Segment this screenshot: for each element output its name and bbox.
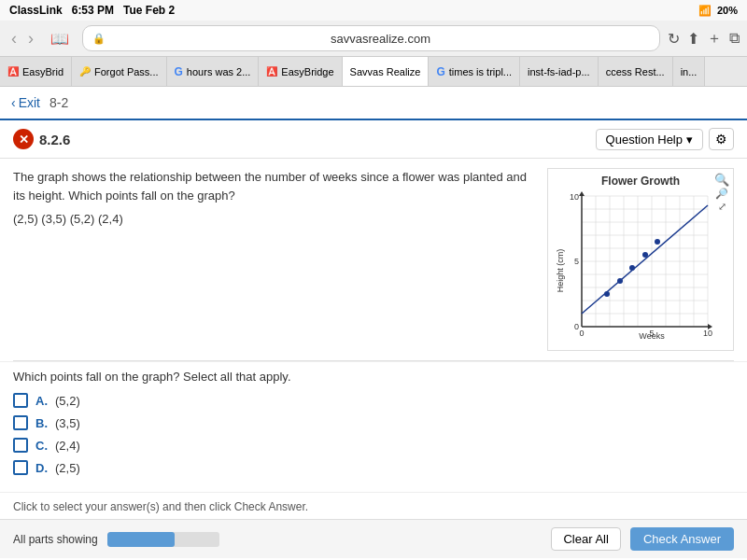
date-label: Tue Feb 2 (123, 4, 175, 17)
option-a[interactable]: A. (5,2) (13, 393, 734, 408)
browser-chrome: ‹ › 📖 🔒 ↻ ⬆ ＋ ⧉ (0, 21, 747, 57)
settings-button[interactable]: ⚙ (709, 128, 734, 150)
reader-button[interactable]: 📖 (45, 28, 75, 49)
incorrect-icon: ✕ (13, 129, 34, 149)
question-number-area: ✕ 8.2.6 (13, 129, 70, 149)
zoom-in-button[interactable]: 🔍 (714, 173, 729, 187)
svg-point-34 (629, 265, 635, 271)
check-answer-button[interactable]: Check Answer (630, 527, 734, 551)
chart-area: Flower Growth 🔍 🔎 ⤢ Height (cm) Weeks (547, 168, 734, 351)
option-d-value: (2,5) (55, 461, 80, 475)
url-input[interactable] (111, 32, 650, 46)
back-button[interactable]: ‹ (7, 27, 21, 50)
tabs-bar: 🅰️ EasyBrid 🔑 Forgot Pass... G hours was… (0, 57, 747, 87)
expand-button[interactable]: ⤢ (714, 201, 729, 213)
tab-icon: 🔑 (79, 66, 91, 77)
option-c-value: (2,4) (55, 439, 80, 453)
progress-label: All parts showing (13, 533, 98, 546)
progress-bar-fill (107, 532, 175, 547)
tab-forgotpass[interactable]: 🔑 Forgot Pass... (72, 57, 166, 86)
option-b-value: (3,5) (55, 416, 80, 430)
svg-text:0: 0 (574, 322, 579, 331)
tab-savvas-realize[interactable]: Savvas Realize (343, 57, 430, 86)
svg-point-36 (655, 239, 660, 245)
option-a-letter: A. (35, 394, 48, 408)
exit-button[interactable]: ‹ Exit (11, 95, 40, 110)
tab-in[interactable]: in... (673, 57, 706, 86)
tab-icon: 🅰️ (7, 66, 19, 77)
option-b-letter: B. (35, 416, 48, 430)
battery-label: 20% (717, 5, 738, 16)
new-tab-button[interactable]: ＋ (707, 29, 722, 49)
svg-text:10: 10 (703, 329, 712, 338)
main-content: ✕ 8.2.6 Question Help ▾ ⚙ The graph show… (0, 120, 747, 560)
chart-title: Flower Growth (554, 175, 727, 188)
option-a-value: (5,2) (55, 394, 80, 408)
svg-point-32 (604, 291, 610, 297)
answer-prompt: Which points fall on the graph? Select a… (13, 370, 734, 384)
option-b[interactable]: B. (3,5) (13, 415, 734, 430)
tab-hours[interactable]: G hours was 2... (167, 57, 260, 86)
question-number-text: 8.2.6 (39, 132, 70, 147)
chart-container: Flower Growth 🔍 🔎 ⤢ Height (cm) Weeks (547, 168, 734, 351)
svg-marker-24 (579, 191, 585, 196)
svg-text:0: 0 (579, 329, 584, 338)
app-header: ‹ Exit 8-2 (0, 87, 747, 120)
tab-icon: 🅰️ (266, 66, 277, 77)
status-bar: ClassLink 6:53 PM Tue Feb 2 📶 20% (0, 0, 747, 21)
y-axis-label: Height (cm) (556, 249, 565, 293)
forward-button[interactable]: › (24, 27, 37, 50)
checkbox-d[interactable] (13, 460, 28, 475)
share-button[interactable]: ⬆ (687, 30, 699, 48)
tab-icon: G (175, 65, 183, 78)
option-d-letter: D. (35, 461, 48, 475)
option-c-letter: C. (35, 439, 48, 453)
tab-easybridge2[interactable]: 🅰️ EasyBridge (259, 57, 342, 86)
gear-icon: ⚙ (715, 132, 727, 147)
tab-icon: G (436, 65, 444, 78)
wifi-icon: 📶 (698, 5, 712, 17)
back-arrow-icon: ‹ (11, 95, 16, 110)
option-d[interactable]: D. (2,5) (13, 460, 734, 475)
tab-easybridge1[interactable]: 🅰️ EasyBrid (0, 57, 72, 86)
svg-text:5: 5 (649, 329, 654, 338)
checkbox-b[interactable] (13, 415, 28, 430)
progress-area: All parts showing Clear All Check Answer (0, 519, 747, 558)
question-header: ✕ 8.2.6 Question Help ▾ ⚙ (0, 120, 747, 159)
progress-bar-track (107, 532, 219, 547)
svg-text:5: 5 (574, 257, 579, 266)
section-label: 8-2 (49, 95, 68, 110)
svg-line-31 (582, 205, 708, 314)
answer-options: A. (5,2) B. (3,5) C. (2,4) D. (2,5) (13, 393, 734, 475)
tab-access[interactable]: ccess Rest... (599, 57, 673, 86)
checkbox-c[interactable] (13, 438, 28, 453)
question-body-text: The graph shows the relationship between… (13, 168, 538, 204)
tab-times[interactable]: G times is tripl... (429, 57, 520, 86)
zoom-controls: 🔍 🔎 ⤢ (714, 173, 729, 213)
question-body: The graph shows the relationship between… (0, 159, 747, 360)
svg-point-33 (617, 278, 623, 284)
lock-icon: 🔒 (92, 33, 106, 45)
clear-all-button[interactable]: Clear All (551, 527, 620, 551)
tab-inst[interactable]: inst-fs-iad-p... (520, 57, 599, 86)
dropdown-arrow-icon: ▾ (686, 133, 693, 147)
svg-point-35 (642, 252, 648, 258)
tabs-button[interactable]: ⧉ (729, 30, 740, 47)
answer-section: Which points fall on the graph? Select a… (0, 361, 747, 483)
question-text-area: The graph shows the relationship between… (13, 168, 538, 351)
svg-text:10: 10 (570, 192, 579, 202)
flower-growth-chart: Height (cm) Weeks (554, 191, 712, 341)
address-bar: 🔒 (82, 25, 660, 51)
coordinate-pairs: (2,5) (3,5) (5,2) (2,4) (13, 212, 538, 226)
carrier-label: ClassLink (9, 4, 63, 17)
option-c[interactable]: C. (2,4) (13, 438, 734, 453)
time-label: 6:53 PM (72, 4, 114, 17)
bottom-instruction: Click to select your answer(s) and then … (0, 492, 747, 519)
refresh-button[interactable]: ↻ (668, 30, 680, 48)
checkbox-a[interactable] (13, 393, 28, 408)
question-help-button[interactable]: Question Help ▾ (596, 129, 703, 150)
zoom-out-button[interactable]: 🔎 (714, 188, 729, 200)
